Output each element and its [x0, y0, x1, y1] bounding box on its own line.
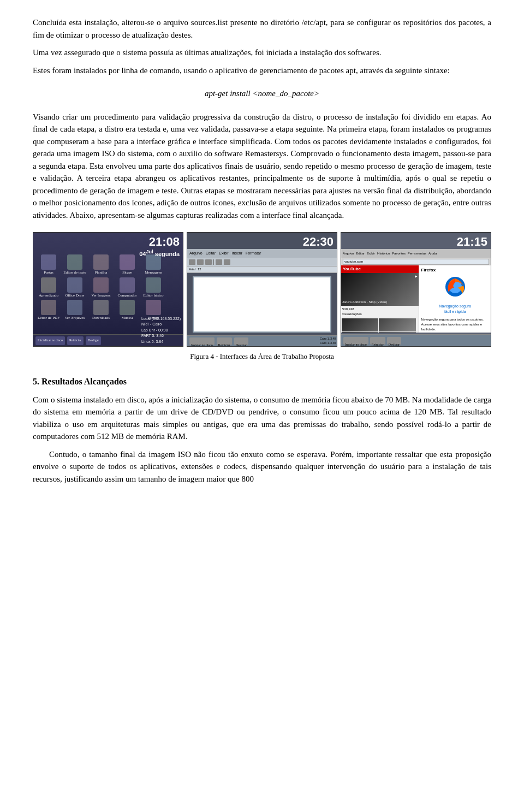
desktop-icon: Leitor de PDF	[37, 300, 61, 321]
figure-images: 21:08 04Jul segunda Pastas Editor de tex…	[33, 232, 491, 347]
toolbar-icon	[216, 259, 222, 265]
toolbar-icon	[197, 259, 204, 265]
desktop-icon: Editor de texto	[63, 254, 87, 275]
desktop-icon: Downloads	[89, 300, 113, 321]
taskbar-btn: Instalar no disco	[189, 337, 215, 345]
video-thumb	[379, 318, 415, 331]
paragraph-6: Contudo, o tamanho final da imagem ISO n…	[33, 448, 491, 485]
firefox-subtitle2: fácil e rápida	[421, 309, 489, 315]
firefox-description: Navegação segura para todos os usuários.…	[421, 317, 489, 332]
desktop-icon: Skype	[115, 254, 139, 275]
screenshot-2: 22:30 04Jul segunda Arquivo Editar Exibi…	[187, 232, 337, 347]
taskbar-3: Instalar no disco Reiniciar Desligar	[341, 334, 491, 346]
video-thumb	[379, 332, 415, 333]
firefox-subtitle1: Navegação segura	[421, 304, 489, 310]
paragraph-1: Concluída esta instalação, alterou-se o …	[33, 16, 491, 41]
screenshot-1-overlay: 21:08 04Jul segunda	[139, 235, 180, 258]
desktop-icon: Editor básico	[141, 277, 165, 298]
taskbar-btn: Inicializar no disco	[35, 336, 65, 345]
taskbar-btn: Instalar no disco	[343, 337, 368, 345]
toolbar-icon	[224, 259, 230, 265]
taskbar-btn: Reiniciar	[67, 336, 84, 345]
url-bar: youtube.com	[343, 259, 489, 265]
figure-section: 21:08 04Jul segunda Pastas Editor de tex…	[33, 232, 491, 362]
taskbar-1: Inicializar no disco Reiniciar Desligar …	[33, 334, 183, 346]
firefox-heading: Firefox	[421, 267, 489, 274]
youtube-logo: YouTube	[343, 266, 361, 272]
desktop-icon: Musica	[115, 300, 139, 321]
desktop-icon: Pastas	[37, 254, 61, 275]
paragraph-5: Com o sistema instalado em disco, após a…	[33, 394, 491, 443]
taskbar-btn: Reiniciar	[217, 337, 232, 345]
section-5-heading: 5. Resultados Alcançados	[33, 375, 491, 388]
screenshot-1: 21:08 04Jul segunda Pastas Editor de tex…	[33, 232, 183, 347]
taskbar-clock: Local (192.168.53.222) NRT - Cairo Lao U…	[141, 316, 181, 345]
desktop-icon: Ver Arquivos	[63, 300, 87, 321]
video-title: Jane's Addiction - Stop (Vídeo)	[342, 300, 387, 305]
desktop-icon: Planilha	[89, 254, 113, 275]
desktop-icon: Aprendizado	[37, 277, 61, 298]
taskbar-2: Instalar no disco Reiniciar Desligar Cai…	[187, 335, 337, 346]
taskbar-btn: Desligar	[86, 336, 101, 345]
video-thumb	[342, 332, 378, 333]
toolbar-icon	[189, 259, 195, 265]
paragraph-4: Visando criar um procedimento para valid…	[33, 111, 491, 222]
video-thumb	[342, 318, 378, 331]
toolbar-icon	[205, 259, 212, 265]
taskbar-clock-2: Cairo 1. 3.48 Cairo 1. 3.48	[320, 337, 336, 345]
taskbar-btn: Desligar	[387, 337, 401, 345]
desktop-icon: Ver Imagens	[89, 277, 113, 298]
desktop-icon: Office Draw	[63, 277, 87, 298]
paragraph-3: Estes foram instalados por linha de coma…	[33, 64, 491, 77]
taskbar-btn: Reiniciar	[370, 337, 385, 345]
firefox-logo-icon	[444, 276, 466, 298]
code-block: apt-get install <nome_do_pacote>	[33, 87, 491, 100]
figure-caption: Figura 4 - Interfaces da Área de Trabalh…	[33, 351, 491, 362]
taskbar-btn: Desligar	[234, 337, 248, 345]
screenshot-3: 21:15 04Jul segunda Arquivo Editar Exibi…	[341, 232, 491, 347]
paragraph-2: Uma vez assegurado que o sistema possuía…	[33, 46, 491, 59]
desktop-icon: Computador	[115, 277, 139, 298]
